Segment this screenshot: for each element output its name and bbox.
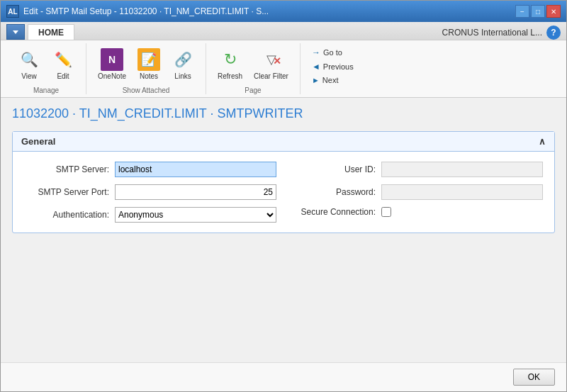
nav-buttons: → Go to ◄ Previous ► Next — [308, 46, 358, 86]
show-attached-buttons: N OneNote 📝 Notes 🔗 Links — [94, 43, 198, 85]
refresh-button[interactable]: ↻ Refresh — [213, 46, 247, 82]
smtp-port-label: SMTP Server Port: — [24, 187, 109, 197]
show-attached-group: N OneNote 📝 Notes 🔗 Links — [86, 43, 206, 94]
tab-row: HOME CRONUS International L... ? — [1, 22, 566, 40]
previous-arrow-icon: ◄ — [312, 62, 320, 72]
help-button[interactable]: ? — [546, 26, 561, 40]
links-icon: 🔗 — [172, 48, 194, 71]
general-section: General ∧ SMTP Server: SMTP Server Port:… — [12, 131, 555, 233]
userid-input[interactable] — [381, 162, 543, 177]
tab-dropdown[interactable] — [6, 24, 25, 40]
auth-label: Authentication: — [24, 210, 109, 220]
edit-button[interactable]: ✏️ Edit — [47, 46, 79, 82]
bottom-bar: OK — [1, 362, 566, 391]
ribbon-content: 🔍 View ✏️ Edit Manage N — [1, 40, 566, 97]
filter-buttons: ↻ Refresh ▽ ✕ Clear Filter — [213, 43, 293, 85]
main-window: AL Edit - SMTP Mail Setup - 11032200 · T… — [0, 0, 567, 392]
userid-label: User ID: — [291, 164, 376, 174]
goto-arrow-icon: → — [312, 47, 320, 57]
password-input[interactable] — [381, 184, 543, 200]
clear-filter-button[interactable]: ▽ ✕ Clear Filter — [249, 46, 293, 82]
dropdown-arrow-icon — [13, 30, 18, 34]
auth-row: Authentication: Anonymous Basic NTLM — [24, 207, 276, 223]
window-controls: − □ ✕ — [515, 5, 561, 18]
auth-select[interactable]: Anonymous Basic NTLM — [115, 207, 276, 223]
ribbon: HOME CRONUS International L... ? 🔍 View — [1, 22, 566, 98]
password-label: Password: — [291, 187, 376, 197]
smtp-port-row: SMTP Server Port: — [24, 184, 276, 200]
section-header: General ∧ — [13, 132, 554, 152]
next-button[interactable]: ► Next — [308, 74, 358, 86]
page-area: 11032200 · TI_NM_CREDIT.LIMIT · SMTPWRIT… — [1, 98, 566, 362]
right-fields: User ID: Password: Secure Connection: — [291, 162, 543, 223]
window-title: Edit - SMTP Mail Setup - 11032200 · TI_N… — [23, 6, 515, 16]
onenote-icon: N — [101, 48, 123, 71]
edit-icon: ✏️ — [52, 48, 74, 71]
next-arrow-icon: ► — [312, 76, 320, 84]
section-title: General — [21, 136, 55, 147]
password-row: Password: — [291, 184, 543, 200]
app-icon: AL — [6, 5, 19, 18]
left-fields: SMTP Server: SMTP Server Port: Authentic… — [24, 162, 276, 223]
tab-home[interactable]: HOME — [28, 24, 74, 40]
view-icon: 🔍 — [18, 48, 40, 71]
minimize-button[interactable]: − — [515, 5, 529, 18]
manage-buttons: 🔍 View ✏️ Edit — [13, 43, 79, 85]
close-button[interactable]: ✕ — [546, 5, 561, 18]
userid-row: User ID: — [291, 162, 543, 177]
links-button[interactable]: 🔗 Links — [167, 46, 198, 82]
secure-conn-label: Secure Connection: — [291, 207, 376, 217]
smtp-port-input[interactable] — [115, 184, 276, 200]
secure-conn-row: Secure Connection: — [291, 207, 543, 217]
secure-conn-checkbox[interactable] — [381, 207, 391, 217]
previous-button[interactable]: ◄ Previous — [308, 60, 358, 73]
manage-group-label: Manage — [33, 86, 59, 94]
smtp-server-label: SMTP Server: — [24, 164, 109, 174]
company-name-text: CRONUS International L... — [442, 28, 542, 38]
restore-button[interactable]: □ — [531, 5, 545, 18]
filter-group: ↻ Refresh ▽ ✕ Clear Filter — [206, 43, 301, 94]
view-button[interactable]: 🔍 View — [13, 46, 45, 82]
company-info: CRONUS International L... ? — [442, 26, 561, 40]
goto-button[interactable]: → Go to — [308, 46, 358, 59]
onenote-button[interactable]: N OneNote — [94, 46, 130, 82]
ok-button[interactable]: OK — [513, 369, 555, 386]
smtp-server-row: SMTP Server: — [24, 162, 276, 177]
notes-button[interactable]: 📝 Notes — [133, 46, 164, 82]
smtp-server-input[interactable] — [115, 162, 276, 177]
page-group-label: Page — [245, 86, 261, 94]
refresh-icon: ↻ — [219, 48, 242, 71]
navigation-group: → Go to ◄ Previous ► Next — [301, 43, 365, 89]
manage-group: 🔍 View ✏️ Edit Manage — [6, 43, 86, 94]
record-title: 11032200 · TI_NM_CREDIT.LIMIT · SMTPWRIT… — [12, 106, 555, 121]
clear-filter-icon: ▽ ✕ — [260, 48, 283, 71]
title-bar: AL Edit - SMTP Mail Setup - 11032200 · T… — [1, 1, 566, 22]
notes-icon: 📝 — [137, 48, 160, 71]
collapse-icon[interactable]: ∧ — [539, 136, 546, 147]
section-content: SMTP Server: SMTP Server Port: Authentic… — [13, 152, 554, 233]
show-attached-label: Show Attached — [123, 86, 170, 94]
